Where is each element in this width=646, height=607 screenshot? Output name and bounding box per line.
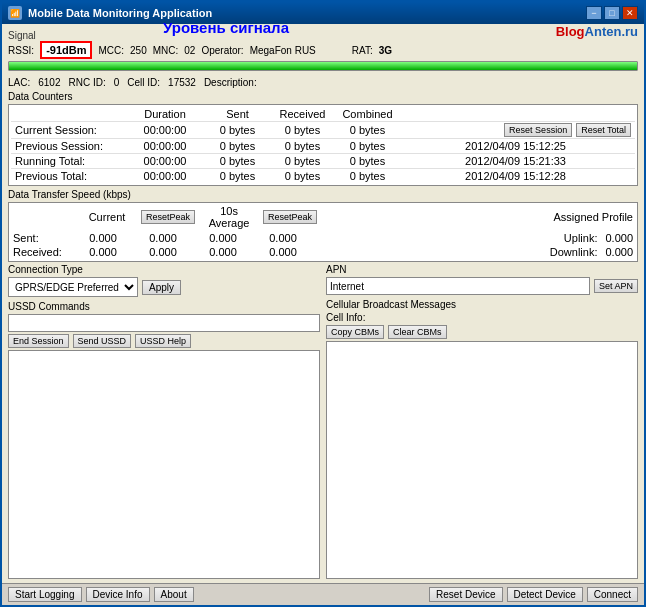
ussd-header: USSD Commands	[8, 301, 320, 312]
dc-header-row: Duration Sent Received Combined	[11, 107, 635, 121]
sent-peak: 0.000	[133, 232, 193, 244]
sent-label: Sent:	[13, 232, 73, 244]
app-icon: 📶	[8, 6, 22, 20]
end-session-button[interactable]: End Session	[8, 334, 69, 348]
sent-avg: 0.000	[253, 232, 313, 244]
sent-10s: 0.000	[193, 232, 253, 244]
send-ussd-button[interactable]: Send USSD	[73, 334, 132, 348]
mcc-value: 250	[130, 45, 147, 56]
dc-col-received: Received	[270, 108, 335, 120]
bottom-section: Connection Type GPRS/EDGE Preferred UMTS…	[8, 264, 638, 579]
cell-id-value: 17532	[168, 77, 196, 88]
recv-peak: 0.000	[133, 246, 193, 258]
current-session-sent: 0 bytes	[205, 124, 270, 136]
blog-watermark-blog: Blog	[556, 24, 585, 39]
rat-value: 3G	[379, 45, 392, 56]
speed-col-assigned: Assigned Profile	[321, 211, 633, 223]
mcc-label: MCC:	[98, 45, 124, 56]
left-bottom: Connection Type GPRS/EDGE Preferred UMTS…	[8, 264, 320, 579]
speed-col-current: Current	[77, 211, 137, 223]
reset-total-button[interactable]: Reset Total	[576, 123, 631, 137]
reset-device-button[interactable]: Reset Device	[429, 587, 502, 602]
current-session-duration: 00:00:00	[125, 124, 205, 136]
mnc-label: MNC:	[153, 45, 179, 56]
speed-col-10s: 10s Average	[199, 205, 259, 229]
uplink-value: 0.000	[605, 232, 633, 244]
about-button[interactable]: About	[154, 587, 194, 602]
recv-avg: 0.000	[253, 246, 313, 258]
ussd-textarea[interactable]	[8, 350, 320, 579]
uplink-label: Uplink:	[564, 232, 598, 244]
clear-cbms-button[interactable]: Clear CBMs	[388, 325, 447, 339]
rssi-value: -91dBm	[40, 41, 92, 59]
minimize-button[interactable]: −	[586, 6, 602, 20]
signal-annotation: Уровень сигнала	[163, 19, 289, 36]
lac-label: LAC:	[8, 77, 30, 88]
main-window: 📶 Mobile Data Monitoring Application − □…	[0, 0, 646, 607]
close-button[interactable]: ✕	[622, 6, 638, 20]
connect-button[interactable]: Connect	[587, 587, 638, 602]
blog-watermark-anten: Anten.ru	[585, 24, 638, 39]
title-bar: 📶 Mobile Data Monitoring Application − □…	[2, 2, 644, 24]
reset-session-button[interactable]: Reset Session	[504, 123, 572, 137]
speed-received-row: Received: 0.000 0.000 0.000 0.000 Downli…	[13, 245, 633, 259]
table-row: Previous Total: 00:00:00 0 bytes 0 bytes…	[11, 168, 635, 183]
reset-peak-button-2[interactable]: ResetPeak	[263, 210, 317, 224]
cbm-textarea[interactable]	[326, 341, 638, 579]
title-bar-left: 📶 Mobile Data Monitoring Application	[8, 6, 212, 20]
title-buttons: − □ ✕	[586, 6, 638, 20]
reset-peak-button-1[interactable]: ResetPeak	[141, 210, 195, 224]
signal-area: BlogAnten.ru Signal RSSI: -91dBm MCC: 25…	[8, 28, 638, 75]
current-session-received: 0 bytes	[270, 124, 335, 136]
apn-input[interactable]	[326, 277, 590, 295]
lac-row: LAC: 6102 RNC ID: 0 Cell ID: 17532 Descr…	[8, 77, 638, 88]
current-session-combined: 0 bytes	[335, 124, 400, 136]
downlink-value: 0.000	[605, 246, 633, 258]
device-info-button[interactable]: Device Info	[86, 587, 150, 602]
signal-progress-bar	[8, 61, 638, 71]
cell-id-label: Cell ID:	[127, 77, 160, 88]
cell-info-label: Cell Info:	[326, 312, 638, 323]
sent-current: 0.000	[73, 232, 133, 244]
set-apn-button[interactable]: Set APN	[594, 279, 638, 293]
detect-device-button[interactable]: Detect Device	[507, 587, 583, 602]
signal-header-label: Signal	[8, 30, 638, 41]
footer: Start Logging Device Info About Reset De…	[2, 583, 644, 605]
rnc-label: RNC ID:	[68, 77, 105, 88]
operator-value: MegaFon RUS	[250, 45, 316, 56]
ussd-help-button[interactable]: USSD Help	[135, 334, 191, 348]
recv-current: 0.000	[73, 246, 133, 258]
table-row: Running Total: 00:00:00 0 bytes 0 bytes …	[11, 153, 635, 168]
speed-sent-row: Sent: 0.000 0.000 0.000 0.000 Uplink: 0.…	[13, 231, 633, 245]
maximize-button[interactable]: □	[604, 6, 620, 20]
dc-col-duration: Duration	[125, 108, 205, 120]
table-row: Current Session: 00:00:00 0 bytes 0 byte…	[11, 121, 635, 138]
downlink-label: Downlink:	[550, 246, 598, 258]
table-row: Previous Session: 00:00:00 0 bytes 0 byt…	[11, 138, 635, 153]
connection-type-header: Connection Type	[8, 264, 320, 275]
rssi-label: RSSI:	[8, 45, 34, 56]
received-label: Received:	[13, 246, 73, 258]
rnc-value: 0	[114, 77, 120, 88]
speed-header: Data Transfer Speed (kbps)	[8, 189, 638, 200]
current-session-label: Current Session:	[15, 124, 125, 136]
right-bottom: APN Set APN Cellular Broadcast Messages …	[326, 264, 638, 579]
speed-section: Current ResetPeak 10s Average ResetPeak …	[8, 202, 638, 262]
dc-col-combined: Combined	[335, 108, 400, 120]
window-title: Mobile Data Monitoring Application	[28, 7, 212, 19]
rat-label: RAT:	[352, 45, 373, 56]
apn-header: APN	[326, 264, 638, 275]
start-logging-button[interactable]: Start Logging	[8, 587, 82, 602]
mnc-value: 02	[184, 45, 195, 56]
description-label: Description:	[204, 77, 257, 88]
operator-label: Operator:	[201, 45, 243, 56]
connection-type-select[interactable]: GPRS/EDGE Preferred UMTS Preferred GPRS/…	[8, 277, 138, 297]
main-content: BlogAnten.ru Signal RSSI: -91dBm MCC: 25…	[2, 24, 644, 583]
data-counters-header: Data Counters	[8, 91, 638, 102]
cbm-header: Cellular Broadcast Messages	[326, 299, 638, 310]
apply-button[interactable]: Apply	[142, 280, 181, 295]
copy-cbms-button[interactable]: Copy CBMs	[326, 325, 384, 339]
ussd-input[interactable]	[8, 314, 320, 332]
recv-10s: 0.000	[193, 246, 253, 258]
lac-value: 6102	[38, 77, 60, 88]
